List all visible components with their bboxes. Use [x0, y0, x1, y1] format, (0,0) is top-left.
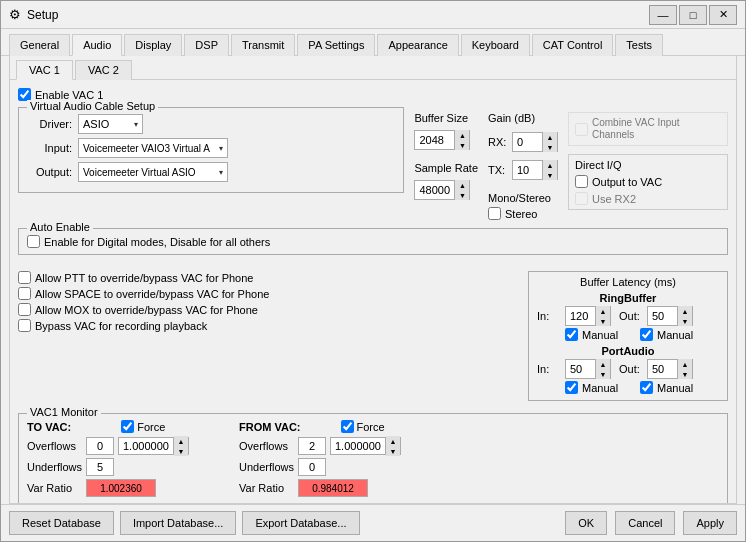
- to-overflows-row: Overflows 0 1.000000 ▲ ▼: [27, 437, 189, 455]
- tab-vac1[interactable]: VAC 1: [16, 60, 73, 80]
- porta-out-down[interactable]: ▼: [678, 369, 692, 379]
- rx-controls: ▲ ▼: [543, 132, 557, 152]
- buffer-size-label: Buffer Size: [414, 112, 468, 124]
- porta-in-value: 50: [566, 360, 596, 378]
- apply-button[interactable]: Apply: [683, 511, 737, 535]
- porta-out-spinner[interactable]: 50 ▲ ▼: [647, 359, 693, 379]
- space-bypass-checkbox[interactable]: [18, 287, 31, 300]
- to-varratio-value: 1.002360: [86, 479, 156, 497]
- tx-label: TX:: [488, 164, 508, 176]
- from-spinner-up[interactable]: ▲: [386, 436, 400, 446]
- sample-rate-spinner[interactable]: 48000 ▲ ▼: [414, 180, 470, 200]
- use-rx2-label: Use RX2: [592, 193, 636, 205]
- from-force-checkbox[interactable]: [341, 420, 354, 433]
- to-force-checkbox[interactable]: [121, 420, 134, 433]
- combine-vac-checkbox[interactable]: [575, 123, 588, 136]
- bypass-checkboxes: Allow PTT to override/bypass VAC for Pho…: [18, 271, 518, 332]
- tab-vac2[interactable]: VAC 2: [75, 60, 132, 80]
- main-content: Enable VAC 1 Virtual Audio Cable Setup D…: [9, 80, 737, 504]
- rx-spinner[interactable]: 0 ▲ ▼: [512, 132, 558, 152]
- use-rx2-checkbox[interactable]: [575, 192, 588, 205]
- auto-enable-label: Enable for Digital modes, Disable for al…: [44, 236, 270, 248]
- reset-database-button[interactable]: Reset Database: [9, 511, 114, 535]
- porta-in-down[interactable]: ▼: [596, 369, 610, 379]
- from-spinner-down[interactable]: ▼: [386, 446, 400, 456]
- minimize-button[interactable]: —: [649, 5, 677, 25]
- rx-down[interactable]: ▼: [543, 142, 557, 152]
- input-combo[interactable]: Voicemeeter VAIO3 Virtual A ▾: [78, 138, 228, 158]
- recording-bypass-checkbox[interactable]: [18, 319, 31, 332]
- buffer-size-spinner[interactable]: 2048 ▲ ▼: [414, 130, 470, 150]
- ring-out-up[interactable]: ▲: [678, 306, 692, 316]
- porta-out-controls: ▲ ▼: [678, 359, 692, 379]
- porta-out-manual-label: Manual: [657, 382, 693, 394]
- porta-manual-row: Manual Manual: [565, 381, 719, 394]
- tx-down[interactable]: ▼: [543, 170, 557, 180]
- tab-pasettings[interactable]: PA Settings: [297, 34, 375, 56]
- ring-in-row: In: 120 ▲ ▼ Out: 50 ▲ ▼: [537, 306, 719, 326]
- buffer-size-down[interactable]: ▼: [455, 140, 469, 150]
- auto-enable-checkbox[interactable]: [27, 235, 40, 248]
- combine-vac-row: Combine VAC Input Channels: [575, 117, 721, 141]
- tab-dsp[interactable]: DSP: [184, 34, 229, 56]
- from-varratio-row: Var Ratio 0.984012: [239, 479, 401, 497]
- tab-audio[interactable]: Audio: [72, 34, 122, 56]
- rx-row: RX: 0 ▲ ▼: [488, 132, 558, 152]
- output-combo[interactable]: Voicemeeter Virtual ASIO ▾: [78, 162, 228, 182]
- to-spinner-up[interactable]: ▲: [174, 436, 188, 446]
- tab-display[interactable]: Display: [124, 34, 182, 56]
- ring-in-spinner[interactable]: 120 ▲ ▼: [565, 306, 611, 326]
- rx-up[interactable]: ▲: [543, 132, 557, 142]
- from-overflows-row: Overflows 2 1.000000 ▲ ▼: [239, 437, 401, 455]
- to-spinner-down[interactable]: ▼: [174, 446, 188, 456]
- maximize-button[interactable]: □: [679, 5, 707, 25]
- driver-combo[interactable]: ASIO ▾: [78, 114, 143, 134]
- ptt-bypass-checkbox[interactable]: [18, 271, 31, 284]
- to-spinner[interactable]: 1.000000 ▲ ▼: [118, 437, 189, 455]
- close-button[interactable]: ✕: [709, 5, 737, 25]
- porta-in-label: In:: [537, 363, 561, 375]
- porta-in-up[interactable]: ▲: [596, 359, 610, 369]
- buffer-size-up[interactable]: ▲: [455, 130, 469, 140]
- tx-spinner[interactable]: 10 ▲ ▼: [512, 160, 558, 180]
- ring-out-manual-checkbox[interactable]: [640, 328, 653, 341]
- porta-out-manual-checkbox[interactable]: [640, 381, 653, 394]
- tab-appearance[interactable]: Appearance: [377, 34, 458, 56]
- bottom-right-buttons: OK Cancel Apply: [565, 511, 737, 535]
- tab-catcontrol[interactable]: CAT Control: [532, 34, 614, 56]
- tab-general[interactable]: General: [9, 34, 70, 56]
- tab-transmit[interactable]: Transmit: [231, 34, 295, 56]
- ring-in-manual-checkbox[interactable]: [565, 328, 578, 341]
- tab-keyboard[interactable]: Keyboard: [461, 34, 530, 56]
- ok-button[interactable]: OK: [565, 511, 607, 535]
- use-rx2-row: Use RX2: [575, 192, 721, 205]
- export-database-button[interactable]: Export Database...: [242, 511, 359, 535]
- sample-rate-up[interactable]: ▲: [455, 180, 469, 190]
- tx-up[interactable]: ▲: [543, 160, 557, 170]
- mox-bypass-checkbox[interactable]: [18, 303, 31, 316]
- sample-rate-down[interactable]: ▼: [455, 190, 469, 200]
- import-database-button[interactable]: Import Database...: [120, 511, 237, 535]
- ring-out-spinner[interactable]: 50 ▲ ▼: [647, 306, 693, 326]
- porta-out-up[interactable]: ▲: [678, 359, 692, 369]
- from-spinner[interactable]: 1.000000 ▲ ▼: [330, 437, 401, 455]
- from-underflows-row: Underflows 0: [239, 458, 401, 476]
- from-underflows-value: 0: [298, 458, 326, 476]
- top-row: Enable VAC 1 Virtual Audio Cable Setup D…: [18, 88, 728, 220]
- to-force-row: Force: [121, 420, 165, 433]
- mox-bypass-row: Allow MOX to override/bypass VAC for Pho…: [18, 303, 518, 316]
- from-spinner-value: 1.000000: [331, 438, 386, 454]
- cancel-button[interactable]: Cancel: [615, 511, 675, 535]
- stereo-checkbox[interactable]: [488, 207, 501, 220]
- ring-out-manual-label: Manual: [657, 329, 693, 341]
- ring-out-down[interactable]: ▼: [678, 316, 692, 326]
- porta-in-manual-checkbox[interactable]: [565, 381, 578, 394]
- output-to-vac-checkbox[interactable]: [575, 175, 588, 188]
- main-tabs: General Audio Display DSP Transmit PA Se…: [1, 29, 745, 56]
- ring-in-up[interactable]: ▲: [596, 306, 610, 316]
- buffer-latency-section: Buffer Latency (ms) RingBuffer In: 120 ▲…: [528, 271, 728, 401]
- porta-title: PortAudio: [537, 345, 719, 357]
- ring-in-down[interactable]: ▼: [596, 316, 610, 326]
- porta-in-spinner[interactable]: 50 ▲ ▼: [565, 359, 611, 379]
- tab-tests[interactable]: Tests: [615, 34, 663, 56]
